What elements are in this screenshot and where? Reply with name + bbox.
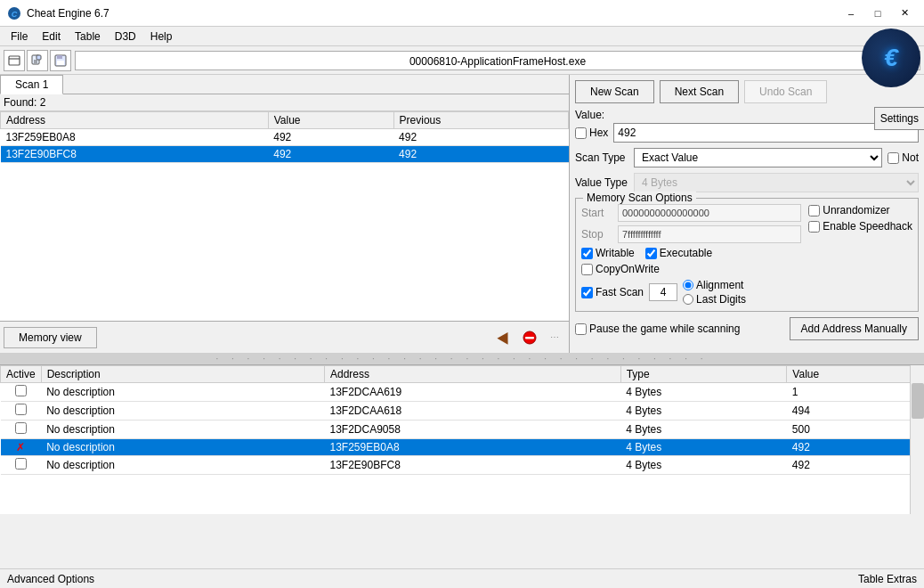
load-icon[interactable] <box>27 50 48 71</box>
addr-table-row[interactable]: ✗ No description 13F259EB0A8 4 Bytes 492 <box>1 439 924 456</box>
fast-scan-value-input[interactable] <box>649 283 677 301</box>
addr-val-cell: 1 <box>787 383 924 402</box>
menu-d3d[interactable]: D3D <box>108 29 143 45</box>
fast-scan-checkbox[interactable] <box>581 287 593 298</box>
not-checkbox[interactable] <box>888 152 899 164</box>
ce-logo: € <box>862 29 920 87</box>
left-panel: Scan 1 Found: 2 Address Value Previous 1… <box>0 75 570 353</box>
fast-scan-label: Fast Scan <box>581 286 644 298</box>
svg-rect-5 <box>36 55 41 60</box>
copy-on-write-checkbox[interactable] <box>581 264 593 275</box>
copy-on-write-label: CopyOnWrite <box>581 263 660 275</box>
fast-scan-radios: Alignment Last Digits <box>683 279 746 306</box>
addr-desc-cell: No description <box>41 456 324 475</box>
add-address-button[interactable]: Add Address Manually <box>790 317 919 340</box>
value-section-label: Value: <box>575 109 919 121</box>
col-addr: Address <box>325 366 621 383</box>
minimize-button[interactable]: – <box>839 4 863 22</box>
addr-type-cell: 4 Bytes <box>620 383 787 402</box>
mem-start-input[interactable] <box>618 204 801 222</box>
addr-active-cell <box>1 456 42 475</box>
speedhack-checkbox[interactable] <box>808 221 820 233</box>
dots-icon: ⋯ <box>544 327 565 348</box>
not-label: Not <box>888 151 919 164</box>
menu-help[interactable]: Help <box>143 29 180 45</box>
scan-tab-1[interactable]: Scan 1 <box>0 75 63 94</box>
speedhack-text: Enable Speedhack <box>823 220 912 233</box>
separator-dots: · · · · · · · · · · · · · · · · · · · · … <box>0 353 924 364</box>
hex-checkbox[interactable] <box>575 127 587 139</box>
title-bar-controls: – □ ✕ <box>839 4 917 22</box>
menu-file[interactable]: File <box>4 29 35 45</box>
col-active: Active <box>1 366 42 383</box>
active-checkbox[interactable] <box>15 404 27 415</box>
last-digits-radio[interactable] <box>683 294 693 305</box>
addr-table-row[interactable]: No description 13F2DCAA618 4 Bytes 494 <box>1 402 924 421</box>
scan-type-label: Scan Type <box>575 151 628 164</box>
scan-table-row[interactable]: 13F259EB0A8 492 492 <box>1 129 569 146</box>
value-type-row: Value Type 4 Bytes <box>575 173 919 192</box>
alignment-radio[interactable] <box>683 280 693 290</box>
addr-active-cell <box>1 421 42 439</box>
menu-bar: File Edit Table D3D Help <box>0 27 924 46</box>
col-val: Value <box>787 366 924 383</box>
unrandomizer-label: Unrandomizer <box>808 204 912 216</box>
address-table: Active Description Address Type Value No… <box>0 365 924 475</box>
value-type-label: Value Type <box>575 176 628 189</box>
addr-addr-cell: 13F2DCAA619 <box>325 383 621 402</box>
addr-addr-cell: 13F2E90BFC8 <box>325 456 621 475</box>
menu-table[interactable]: Table <box>68 29 108 45</box>
mem-stop-label: Stop <box>581 228 612 241</box>
scan-type-row: Scan Type Exact Value Bigger than... Sma… <box>575 148 919 167</box>
executable-checkbox[interactable] <box>645 248 657 259</box>
addr-table-row[interactable]: No description 13F2E90BFC8 4 Bytes 492 <box>1 456 924 475</box>
bottom-panel: Active Description Address Type Value No… <box>0 364 924 514</box>
value-row: Hex <box>575 123 919 143</box>
svg-rect-2 <box>9 56 20 65</box>
addr-type-cell: 4 Bytes <box>620 402 787 421</box>
left-bottom-bar: Memory view ⋯ <box>0 321 569 353</box>
addr-desc-cell: No description <box>41 383 324 402</box>
addr-table-row[interactable]: No description 13F2DCAA619 4 Bytes 1 <box>1 383 924 402</box>
status-right[interactable]: Table Extras <box>858 573 917 585</box>
scan-type-select[interactable]: Exact Value Bigger than... Smaller than.… <box>634 148 882 167</box>
close-button[interactable]: ✕ <box>892 4 917 22</box>
value-input[interactable] <box>613 123 919 143</box>
scan-table-row[interactable]: 13F2E90BFC8 492 492 <box>1 146 569 163</box>
mem-stop-input[interactable] <box>618 225 801 243</box>
pause-game-text: Pause the game while scanning <box>589 323 740 335</box>
addr-table-row[interactable]: No description 13F2DCA9058 4 Bytes 500 <box>1 421 924 439</box>
active-checkbox[interactable] <box>15 422 27 434</box>
scan-table-container: Address Value Previous 13F259EB0A8 492 4… <box>0 111 569 321</box>
open-process-icon[interactable] <box>4 50 25 71</box>
memory-view-button[interactable]: Memory view <box>4 327 97 348</box>
status-bar: Advanced Options Table Extras <box>0 568 924 588</box>
writable-checkbox[interactable] <box>581 248 593 259</box>
no-entry-icon[interactable] <box>519 327 540 348</box>
menu-edit[interactable]: Edit <box>35 29 68 45</box>
scan-addr-cell: 13F2E90BFC8 <box>1 146 269 163</box>
mem-start-row: Start <box>581 204 801 222</box>
next-scan-button[interactable]: Next Scan <box>660 80 739 103</box>
pause-game-label: Pause the game while scanning <box>575 323 740 335</box>
unrandomizer-checkbox[interactable] <box>808 205 820 216</box>
save-icon[interactable] <box>50 50 71 71</box>
maximize-button[interactable]: □ <box>865 4 890 22</box>
settings-button[interactable]: Settings <box>874 107 924 130</box>
active-checkbox[interactable] <box>15 458 27 470</box>
undo-scan-button[interactable]: Undo Scan <box>744 80 827 103</box>
process-display: 00006810-ApplicationFrameHost.exe <box>75 51 920 70</box>
scrollbar-thumb[interactable] <box>912 383 924 419</box>
col-address: Address <box>1 112 269 129</box>
active-checkbox[interactable] <box>15 385 27 396</box>
mem-options-legend: Memory Scan Options <box>583 192 696 204</box>
unrandomizer-text: Unrandomizer <box>823 204 889 216</box>
pause-game-checkbox[interactable] <box>575 323 587 335</box>
addr-desc-cell: No description <box>41 439 324 456</box>
arrow-icon[interactable] <box>494 327 515 348</box>
app-icon: C <box>7 6 21 20</box>
status-left[interactable]: Advanced Options <box>7 573 94 585</box>
scrollbar[interactable] <box>910 365 924 514</box>
new-scan-button[interactable]: New Scan <box>575 80 654 103</box>
value-type-select: 4 Bytes <box>634 173 919 192</box>
